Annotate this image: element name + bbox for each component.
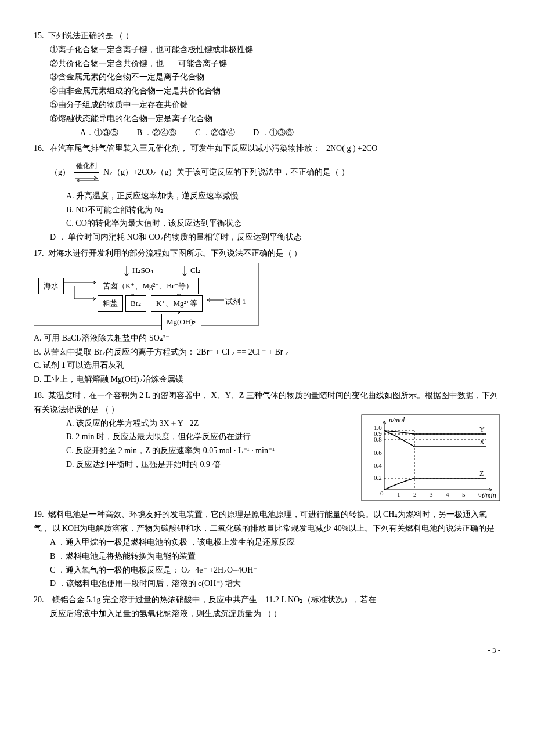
seawater-box: 海水: [38, 278, 64, 294]
q18-chart-svg: 1.0 0.9 0.8 0.6 0.4 0.2 0 1 2 3 4 5 6: [361, 414, 500, 501]
series-z: Z: [479, 469, 484, 478]
q15-s6: ⑥熔融状态能导电的化合物一定是离子化合物: [34, 112, 500, 126]
q18-chart: 1.0 0.9 0.8 0.6 0.4 0.2 0 1 2 3 4 5 6: [361, 414, 500, 506]
q20: 20. 镁铝合金 5.1g 完全溶于过量的热浓硝酸中，反应中共产生 11.2 L…: [34, 593, 500, 621]
yt-0_8: 0.8: [374, 436, 382, 443]
q17-D: D. 工业上，电解熔融 Mg(OH)₂冶炼金属镁: [34, 372, 500, 386]
q15-s3: ③含金属元素的化合物不一定是离子化合物: [34, 70, 500, 84]
coarsesalt-box: 粗盐: [98, 295, 123, 312]
q17-A: A. 可用 BaCl₂溶液除去粗盐中的 SO₄²⁻: [34, 331, 500, 345]
q18-stem-text: 某温度时，在一个容积为 2 L 的密闭容器中， X、Y、Z 三种气体的物质的量随…: [34, 391, 498, 414]
kmg-box: K⁺、Mg²⁺等: [151, 295, 203, 312]
xt-5: 5: [462, 491, 466, 498]
q17-flow-diagram: H₂SO₄ Cl₂ 海水 苦卤（K⁺、Mg²⁺、Br⁻等） 粗盐 Br₂ K⁺、…: [34, 263, 289, 327]
xt-1: 1: [397, 491, 400, 498]
br2-box: Br₂: [125, 295, 146, 312]
q19-A: A ．通入甲烷的一极是燃料电池的负极 ，该电极上发生的是还原反应: [34, 536, 500, 549]
ylabel: n/mol: [389, 416, 405, 424]
q15-optC: C ．②③④: [195, 128, 235, 137]
q18-stem: 18. 某温度时，在一个容积为 2 L 的密闭容器中， X、Y、Z 三种气体的物…: [34, 389, 500, 417]
q18: 18. 某温度时，在一个容积为 2 L 的密闭容器中， X、Y、Z 三种气体的物…: [34, 389, 500, 505]
yt-0_6: 0.6: [374, 449, 382, 456]
q15: 15. 下列说法正确的是 （ ） ①离子化合物一定含离子键，也可能含极性键或非极…: [34, 29, 500, 139]
series-x: X: [479, 438, 485, 446]
yt-0: 0: [380, 490, 384, 497]
bittern-box: 苦卤（K⁺、Mg²⁺、Br⁻等）: [98, 278, 199, 294]
q17-stem-text: 对海水进行开发利用的部分流程如下图所示。下列说法不正确的是（ ）: [48, 249, 302, 258]
page-footer: - 3 -: [34, 644, 500, 657]
q17-C: C. 试剂 1 可以选用石灰乳: [34, 359, 500, 372]
q15-optA: A．①③⑤: [80, 128, 118, 137]
catalyst-label: 催化剂: [74, 160, 99, 172]
mgoh2-box: Mg(OH)₂: [161, 314, 201, 330]
q15-stem-text: 下列说法正确的是 （ ）: [48, 31, 134, 40]
q15-s2: ②共价化合物一定含共价键，也 可能含离子键: [34, 57, 500, 71]
equilibrium-arrow-icon: [74, 176, 100, 182]
q19-B: B ．燃料电池是将热能转换为电能的装置: [34, 549, 500, 563]
q20-stem-a: 镁铝合金 5.1g 完全溶于过量的热浓硝酸中，反应中共产生: [52, 595, 258, 604]
cl2-label: Cl₂: [190, 264, 200, 277]
q15-s2b: 可能含离子键: [178, 59, 227, 68]
yt-0_4: 0.4: [374, 462, 382, 469]
reagent1-label: 试剂 1: [225, 295, 246, 308]
q19: 19. 燃料电池是一种高效、环境友好的发电装置，它的原理是原电池原理，可进行能量…: [34, 508, 500, 591]
q16-A: A. 升高温度，正反应速率加快，逆反应速率减慢: [34, 189, 500, 203]
q15-s5: ⑤由分子组成的物质中一定存在共价键: [34, 98, 500, 112]
q17-B: B. 从苦卤中提取 Br₂的反应的离子方程式为： 2Br⁻ + Cl ₂ == …: [34, 345, 500, 359]
q15-optB: B ．②④⑥: [137, 128, 177, 137]
q19-C: C ．通入氧气的一极的电极反应是： O₂+4e⁻ +2H₂O=4OH⁻: [34, 563, 500, 577]
q15-s4: ④由非金属元素组成的化合物一定是共价化合物: [34, 84, 500, 98]
q16-eq-r: N₂（g）+2CO₂（g）关于该可逆反应的下列说法中，不正确的是（ ）: [103, 168, 349, 176]
series-y: Y: [479, 425, 485, 433]
xt-3: 3: [430, 491, 433, 498]
q20-line2: 反应后溶液中加入足量的氢氧化钠溶液，则生成沉淀质量为 （ ）: [34, 607, 500, 621]
q16-stem-a: 在汽车尾气排气管里装入三元催化剂， 可发生如下反应以减小污染物排放：: [50, 144, 320, 153]
q20-stem-b: 11.2 L NO₂（标准状况），若在: [265, 595, 376, 604]
q16-B: B. NO不可能全部转化为 N₂: [34, 203, 500, 217]
q16: 16. 在汽车尾气排气管里装入三元催化剂， 可发生如下反应以减小污染物排放： 2…: [34, 142, 500, 244]
q15-optD: D ．①③⑥: [253, 128, 294, 137]
q17-stem: 17. 对海水进行开发利用的部分流程如下图所示。下列说法不正确的是（ ）: [34, 247, 500, 261]
h2so4-label: H₂SO₄: [132, 264, 153, 277]
q16-D: D ． 单位时间内消耗 NO和 CO₂的物质的量相等时，反应达到平衡状态: [34, 230, 500, 244]
q16-stem-b: 2NO( g ) +2CO: [326, 144, 377, 153]
xt-4: 4: [446, 491, 449, 498]
catalyst-arrow: 催化剂: [74, 159, 100, 187]
q17: 17. 对海水进行开发利用的部分流程如下图所示。下列说法不正确的是（ ）: [34, 247, 500, 386]
q19-D: D ．该燃料电池使用一段时间后，溶液的 c(OH⁻) 增大: [34, 577, 500, 591]
q15-options: A．①③⑤ B ．②④⑥ C ．②③④ D ．①③⑥: [34, 126, 500, 140]
q16-eq: （g） 催化剂 N₂（g）+2CO₂（g）关于该可逆反应的下列说法中，不正确的是…: [34, 159, 500, 187]
q15-stem: 15. 下列说法正确的是 （ ）: [34, 29, 500, 43]
q16-C: C. CO的转化率为最大值时，该反应达到平衡状态: [34, 216, 500, 230]
q16-stem: 16. 在汽车尾气排气管里装入三元催化剂， 可发生如下反应以减小污染物排放： 2…: [34, 142, 500, 155]
q19-stem: 19. 燃料电池是一种高效、环境友好的发电装置，它的原理是原电池原理，可进行能量…: [34, 508, 500, 536]
xlabel: t/min: [482, 491, 496, 500]
q19-stem-text: 燃料电池是一种高效、环境友好的发电装置，它的原理是原电池原理，可进行能量的转换。…: [34, 510, 495, 533]
q20-stem: 20. 镁铝合金 5.1g 完全溶于过量的热浓硝酸中，反应中共产生 11.2 L…: [34, 593, 500, 607]
q15-s2a: ②共价化合物一定含共价键，也: [50, 59, 164, 68]
yt-0_2: 0.2: [374, 474, 382, 481]
xt-2: 2: [413, 491, 417, 498]
q16-eq-l: （g）: [50, 168, 70, 176]
q15-s1: ①离子化合物一定含离子键，也可能含极性键或非极性键: [34, 43, 500, 57]
